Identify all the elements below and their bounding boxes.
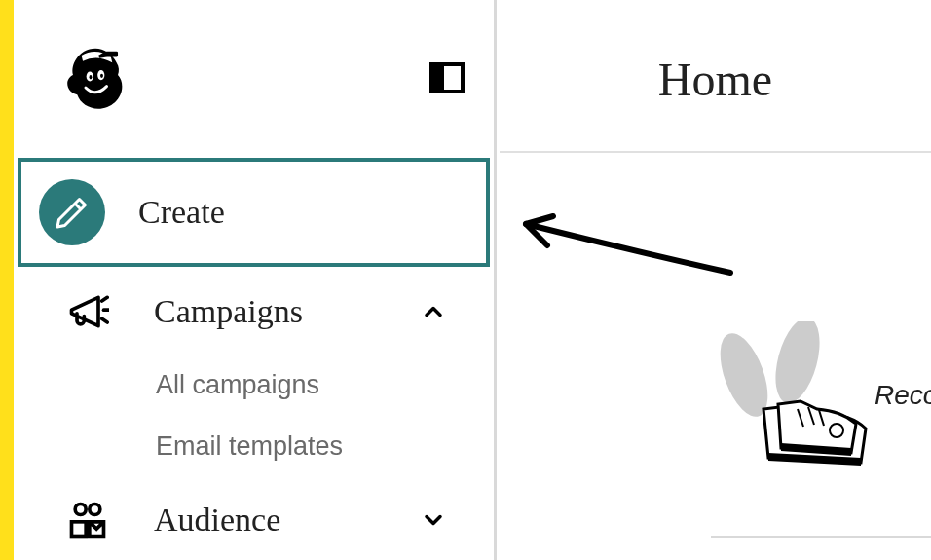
sidebar-item-label: Campaigns [154,293,420,330]
sidebar-item-label: Create [138,194,443,231]
shoe-illustration [705,321,880,477]
sidebar-subitem-all-campaigns[interactable]: All campaigns [156,355,494,416]
megaphone-icon [55,290,121,333]
sidebar-item-audience[interactable]: Audience [14,477,494,560]
svg-point-9 [90,504,100,515]
audience-icon [55,499,121,541]
sidebar: Create Campaigns All campaigns Email tem… [14,0,497,560]
sidebar-subitem-email-templates[interactable]: Email templates [156,416,494,477]
svg-rect-4 [105,52,118,57]
svg-rect-10 [72,522,87,537]
chevron-up-icon [420,298,447,325]
pencil-icon [39,179,105,245]
sidebar-header [14,0,494,156]
annotation-arrow [506,195,740,292]
svg-line-7 [102,318,108,322]
page-title: Home [500,0,931,153]
panel-toggle-icon[interactable] [429,62,465,93]
campaigns-subitems: All campaigns Email templates [14,355,494,477]
sidebar-item-label: Audience [154,502,420,539]
svg-point-3 [100,74,103,78]
divider [711,536,931,538]
sidebar-item-campaigns[interactable]: Campaigns [14,269,494,355]
mailchimp-logo[interactable] [60,43,130,113]
chevron-down-icon [420,506,447,534]
recommendation-label-partial: Reco [875,380,931,411]
svg-point-8 [75,504,86,515]
sidebar-item-create[interactable]: Create [18,158,490,267]
accent-bar [0,0,14,560]
svg-point-2 [90,75,93,79]
svg-point-12 [767,321,828,408]
svg-line-5 [102,297,108,301]
